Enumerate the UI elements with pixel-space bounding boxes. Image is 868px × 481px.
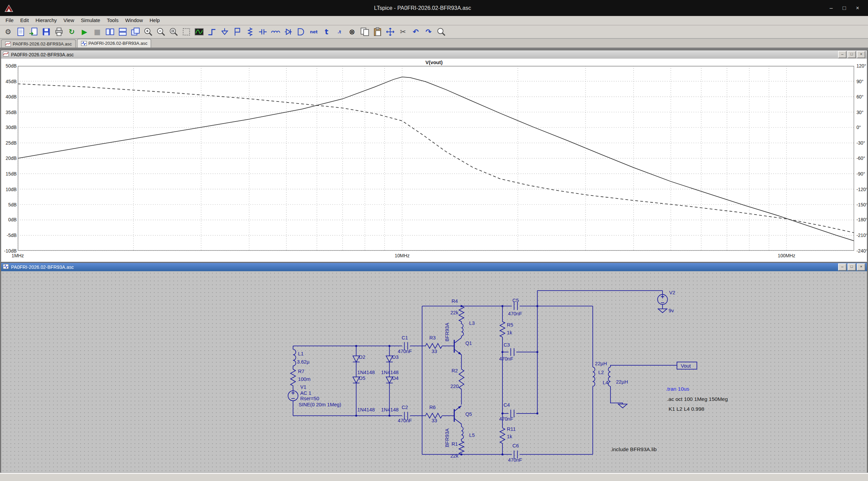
- tile-vertical-icon[interactable]: [104, 25, 117, 38]
- diode-icon[interactable]: [282, 25, 295, 38]
- menu-help[interactable]: Help: [146, 17, 163, 24]
- schematic-label[interactable]: 1N4148: [357, 370, 375, 375]
- app-maximize-button[interactable]: □: [843, 5, 846, 11]
- run-icon[interactable]: ▶: [78, 25, 91, 38]
- waveform-viewer-icon[interactable]: [193, 25, 206, 38]
- schematic-label[interactable]: Q5: [465, 411, 472, 417]
- schematic-label[interactable]: Rser=50: [300, 396, 319, 401]
- schematic-label[interactable]: 1k: [507, 434, 512, 439]
- schematic-label[interactable]: 470nF: [499, 416, 513, 422]
- schematic-window-titlebar[interactable]: PA0FRI-2026.02-BFR93A.asc – □ ×: [1, 263, 867, 271]
- wave-close-button[interactable]: ×: [857, 51, 865, 58]
- schem-close-button[interactable]: ×: [857, 263, 865, 271]
- schematic-label[interactable]: R1: [451, 441, 458, 447]
- menu-view[interactable]: View: [60, 17, 77, 24]
- app-minimize-button[interactable]: –: [830, 5, 833, 11]
- schematic-label[interactable]: 22k: [450, 454, 459, 459]
- schematic-label[interactable]: R4: [451, 298, 458, 304]
- copy-icon[interactable]: [358, 25, 371, 38]
- schematic-label[interactable]: C1: [402, 335, 408, 340]
- schematic-label[interactable]: 1k: [507, 330, 512, 335]
- wave-minimize-button[interactable]: –: [838, 51, 846, 58]
- schematic-label[interactable]: C5: [512, 298, 519, 303]
- ground-icon[interactable]: [218, 25, 231, 38]
- menu-window[interactable]: Window: [122, 17, 146, 24]
- schematic-label[interactable]: .ac oct 100 1Meg 150Meg: [667, 396, 728, 402]
- pan-icon[interactable]: [180, 25, 193, 38]
- waveform-window-titlebar[interactable]: PA0FRI-2026.02-BFR93A.asc – □ ×: [1, 50, 867, 58]
- reload-icon[interactable]: ↻: [65, 25, 78, 38]
- schematic-label[interactable]: 3.62µ: [297, 359, 310, 365]
- schematic-label[interactable]: C2: [402, 405, 408, 410]
- schematic-label[interactable]: D3: [392, 354, 398, 360]
- schematic-label[interactable]: L1: [298, 351, 303, 356]
- zoom-out-icon[interactable]: [155, 25, 167, 38]
- schematic-label[interactable]: 33: [431, 418, 437, 423]
- schematic-label[interactable]: 9v: [669, 308, 674, 313]
- schematic-label[interactable]: D5: [359, 375, 366, 381]
- schematic-label[interactable]: 470nF: [508, 457, 522, 463]
- schematic-label[interactable]: V2: [669, 290, 675, 295]
- menu-file[interactable]: File: [2, 17, 17, 24]
- schematic-label[interactable]: L2: [598, 370, 604, 375]
- tile-horizontal-icon[interactable]: [116, 25, 129, 38]
- schematic-label[interactable]: V1: [300, 384, 306, 390]
- schematic-label[interactable]: 1N4148: [381, 407, 398, 412]
- schem-minimize-button[interactable]: –: [838, 263, 846, 271]
- waveform-plot[interactable]: [18, 66, 854, 251]
- schematic-label[interactable]: R2: [451, 368, 458, 373]
- new-schematic-icon[interactable]: [14, 25, 27, 38]
- component-icon[interactable]: [295, 25, 307, 38]
- menu-hierarchy[interactable]: Hierarchy: [32, 17, 60, 24]
- schematic-label[interactable]: .tran 10us: [666, 386, 689, 392]
- cascade-windows-icon[interactable]: [129, 25, 142, 38]
- schematic-label[interactable]: C3: [503, 342, 510, 348]
- control-panel-icon[interactable]: ⚙: [2, 25, 15, 38]
- schematic-label[interactable]: K1 L2 L4 0.998: [669, 406, 704, 412]
- menu-tools[interactable]: Tools: [104, 17, 122, 24]
- schematic-label[interactable]: C6: [512, 443, 519, 448]
- app-close-button[interactable]: ×: [856, 5, 860, 11]
- schematic-label[interactable]: AC 1: [300, 390, 312, 396]
- save-icon[interactable]: [40, 25, 53, 38]
- tab-2-schem-tab[interactable]: PA0FRI-2026.02-BFR93A.asc: [77, 39, 151, 48]
- schematic-label[interactable]: .include BFR93A.lib: [610, 446, 657, 452]
- schematic-label[interactable]: C4: [503, 402, 510, 408]
- schematic-label[interactable]: 22µH: [595, 361, 607, 366]
- app-titlebar[interactable]: LTspice - PA0FRI-2026.02-BFR93A.asc – □ …: [0, 0, 868, 16]
- capacitor-icon[interactable]: [256, 25, 269, 38]
- move-icon[interactable]: [384, 25, 397, 38]
- schematic-label[interactable]: L5: [469, 432, 475, 438]
- open-file-icon[interactable]: [27, 25, 40, 38]
- schematic-label[interactable]: D2: [359, 354, 366, 360]
- net-label-icon[interactable]: [231, 25, 244, 38]
- schematic-label[interactable]: 220: [450, 384, 459, 389]
- schematic-label[interactable]: Vout: [681, 363, 691, 369]
- zoom-area-icon[interactable]: [435, 25, 448, 38]
- schematic-label[interactable]: Q1: [465, 340, 472, 346]
- schematic-label[interactable]: R6: [429, 405, 436, 410]
- tab-1-wave-tab[interactable]: PA0FRI-2026.02-BFR93A.asc: [1, 39, 75, 48]
- schematic-label[interactable]: SINE(0 20m 1Meg): [299, 402, 341, 407]
- waveform-pane[interactable]: V(vout) 50dB45dB40dB35dB30dB25dB20dB15dB…: [1, 59, 867, 262]
- menu-edit[interactable]: Edit: [17, 17, 32, 24]
- spice-directive-icon[interactable]: .t: [333, 25, 346, 38]
- text-icon[interactable]: t: [320, 25, 333, 38]
- print-icon[interactable]: [53, 25, 66, 38]
- redo-icon[interactable]: ↷: [422, 25, 435, 38]
- schematic-label[interactable]: 1N4148: [381, 370, 398, 375]
- draw-wire-icon[interactable]: [206, 25, 218, 38]
- delete-icon[interactable]: ⊗: [346, 25, 358, 38]
- schematic-label[interactable]: 470nF: [508, 311, 522, 316]
- schematic-label[interactable]: 1N4148: [357, 407, 375, 412]
- schematic-label[interactable]: R3: [429, 335, 436, 340]
- schem-maximize-button[interactable]: □: [848, 263, 856, 271]
- halt-icon[interactable]: ■: [91, 25, 104, 38]
- schematic-label[interactable]: 470nF: [398, 418, 412, 423]
- schematic-label[interactable]: 100m: [298, 376, 311, 382]
- paste-icon[interactable]: [371, 25, 384, 38]
- schematic-label[interactable]: 22k: [450, 310, 459, 315]
- schematic-label[interactable]: D4: [392, 375, 398, 381]
- schematic-label[interactable]: 22µH: [616, 379, 628, 385]
- cut-icon[interactable]: ✂: [397, 25, 410, 38]
